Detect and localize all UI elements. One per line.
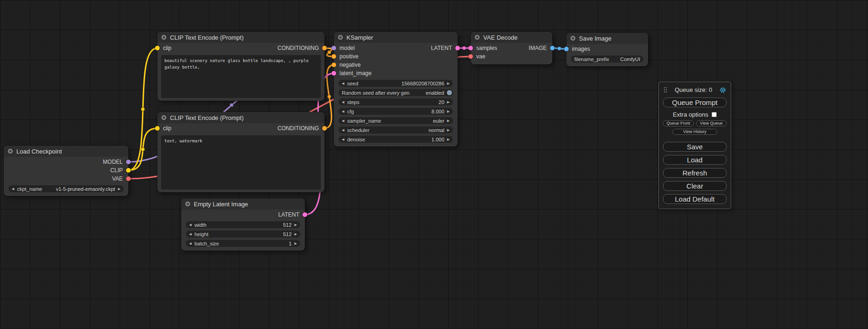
collapse-toggle-icon[interactable] [571, 36, 575, 41]
extra-options-checkbox[interactable] [712, 112, 717, 117]
prev-arrow-icon[interactable]: ◀ [189, 242, 191, 245]
clear-button[interactable]: Clear [663, 181, 727, 191]
node-load-checkpoint[interactable]: Load Checkpoint MODEL CLIP VAE ◀ ckpt_na… [4, 146, 128, 196]
node-header[interactable]: CLIP Text Encode (Prompt) [157, 112, 325, 123]
negative-input-port[interactable] [332, 63, 336, 67]
node-header[interactable]: KSampler [334, 32, 458, 43]
widget-value: 8.000 [431, 109, 445, 114]
node-header[interactable]: Load Checkpoint [4, 146, 128, 157]
prev-arrow-icon[interactable]: ◀ [342, 82, 344, 85]
widget-label: sampler_name [347, 118, 381, 124]
height-widget[interactable]: ◀ height 512 ▶ [186, 231, 300, 238]
node-header[interactable]: Save Image [566, 33, 648, 44]
output-label-latent: LATENT [431, 45, 452, 51]
widget-value: 512 [283, 222, 291, 228]
collapse-toggle-icon[interactable] [338, 35, 343, 40]
collapse-toggle-icon[interactable] [185, 202, 190, 206]
clip-output-port[interactable] [126, 168, 131, 173]
extra-options-row: Extra options [663, 111, 727, 118]
node-header[interactable]: Empty Latent Image [181, 198, 305, 210]
port-row: images [566, 45, 648, 53]
prev-arrow-icon[interactable]: ◀ [342, 100, 344, 104]
positive-input-port[interactable] [332, 54, 336, 59]
collapse-toggle-icon[interactable] [162, 35, 166, 40]
clip-input-port[interactable] [155, 46, 160, 50]
node-header[interactable]: CLIP Text Encode (Prompt) [157, 32, 325, 43]
drag-handle-icon[interactable] [663, 87, 667, 93]
image-output-port[interactable] [550, 46, 555, 50]
next-arrow-icon[interactable]: ▶ [295, 232, 297, 236]
node-ksampler[interactable]: KSampler model LATENT positive negative … [334, 32, 458, 147]
conditioning-output-port[interactable] [322, 126, 327, 131]
random-seed-toggle-widget[interactable]: Random seed after every gen enabled [339, 89, 453, 96]
width-widget[interactable]: ◀ width 512 ▶ [186, 221, 300, 228]
latent-output-port[interactable] [455, 46, 460, 50]
node-header[interactable]: VAE Decode [471, 32, 552, 43]
load-default-button[interactable]: Load Default [663, 194, 727, 204]
node-clip-text-encode-positive[interactable]: CLIP Text Encode (Prompt) clip CONDITION… [157, 32, 325, 101]
prev-arrow-icon[interactable]: ◀ [342, 119, 344, 122]
cfg-widget[interactable]: ◀ cfg 8.000 ▶ [339, 108, 453, 115]
node-save-image[interactable]: Save Image images filename_prefix ComfyU… [566, 33, 648, 66]
latent-image-input-port[interactable] [332, 71, 336, 76]
view-history-button[interactable]: View History [672, 129, 717, 135]
load-button[interactable]: Load [663, 155, 727, 165]
next-arrow-icon[interactable]: ▶ [447, 138, 450, 141]
toggle-knob-icon[interactable] [447, 90, 452, 95]
sampler-name-widget[interactable]: ◀ sampler_name euler ▶ [339, 117, 453, 124]
latent-output-port[interactable] [303, 212, 307, 217]
refresh-button[interactable]: Refresh [663, 168, 727, 178]
settings-gear-icon[interactable] [720, 87, 726, 93]
next-arrow-icon[interactable]: ▶ [447, 100, 450, 104]
vae-input-port[interactable] [468, 54, 473, 59]
model-output-port[interactable] [126, 160, 131, 164]
ckpt-name-widget[interactable]: ◀ ckpt_name v1-5-pruned-emaonly.ckpt ▶ [8, 185, 124, 192]
widget-label: height [194, 231, 208, 237]
node-vae-decode[interactable]: VAE Decode samples IMAGE vae [471, 32, 552, 64]
prev-arrow-icon[interactable]: ◀ [342, 110, 344, 113]
next-arrow-icon[interactable]: ▶ [295, 242, 297, 245]
input-label-clip: clip [163, 125, 171, 132]
steps-widget[interactable]: ◀ steps 20 ▶ [339, 98, 453, 105]
prev-arrow-icon[interactable]: ◀ [342, 128, 344, 132]
queue-actions-row: Queue Front View Queue [663, 120, 727, 126]
prompt-text-area[interactable]: text, watermark [161, 135, 321, 189]
queue-front-button[interactable]: Queue Front [663, 120, 694, 126]
prev-arrow-icon[interactable]: ◀ [342, 138, 344, 141]
collapse-toggle-icon[interactable] [162, 115, 166, 120]
next-arrow-icon[interactable]: ▶ [447, 110, 450, 113]
node-graph-canvas[interactable]: Load Checkpoint MODEL CLIP VAE ◀ ckpt_na… [0, 0, 868, 329]
conditioning-output-port[interactable] [322, 46, 327, 50]
save-button[interactable]: Save [663, 142, 727, 152]
batch-size-widget[interactable]: ◀ batch_size 1 ▶ [186, 240, 300, 247]
collapse-toggle-icon[interactable] [8, 149, 13, 154]
port-row: positive [334, 52, 458, 61]
images-input-port[interactable] [564, 47, 569, 51]
view-queue-button[interactable]: View Queue [696, 120, 727, 126]
queue-prompt-button[interactable]: Queue Prompt [663, 98, 727, 107]
prompt-text-area[interactable]: beautiful scenery nature glass bottle la… [161, 55, 321, 98]
next-arrow-icon[interactable]: ▶ [447, 119, 450, 122]
link-midpoint-dot [230, 103, 233, 107]
widget-label: denoise [347, 137, 365, 142]
clip-input-port[interactable] [155, 126, 160, 131]
vae-output-port[interactable] [126, 176, 131, 181]
collapse-toggle-icon[interactable] [475, 35, 480, 40]
prev-arrow-icon[interactable]: ◀ [189, 223, 191, 226]
scheduler-widget[interactable]: ◀ scheduler normal ▶ [339, 126, 453, 133]
prev-arrow-icon[interactable]: ◀ [12, 187, 14, 190]
node-clip-text-encode-negative[interactable]: CLIP Text Encode (Prompt) clip CONDITION… [157, 112, 325, 192]
samples-input-port[interactable] [468, 46, 473, 50]
next-arrow-icon[interactable]: ▶ [118, 187, 120, 190]
seed-widget[interactable]: ◀ seed 156680208700286 ▶ [339, 80, 453, 87]
prev-arrow-icon[interactable]: ◀ [189, 232, 191, 236]
next-arrow-icon[interactable]: ▶ [447, 82, 450, 85]
denoise-widget[interactable]: ◀ denoise 1.000 ▶ [339, 136, 453, 143]
node-empty-latent-image[interactable]: Empty Latent Image LATENT ◀ width 512 ▶ … [181, 198, 305, 251]
link-midpoint-dot [141, 107, 145, 111]
next-arrow-icon[interactable]: ▶ [447, 128, 450, 132]
next-arrow-icon[interactable]: ▶ [295, 223, 297, 226]
model-input-port[interactable] [332, 46, 336, 50]
filename-prefix-widget[interactable]: filename_prefix ComfyUI [571, 56, 643, 63]
output-row: CLIP [4, 166, 128, 175]
